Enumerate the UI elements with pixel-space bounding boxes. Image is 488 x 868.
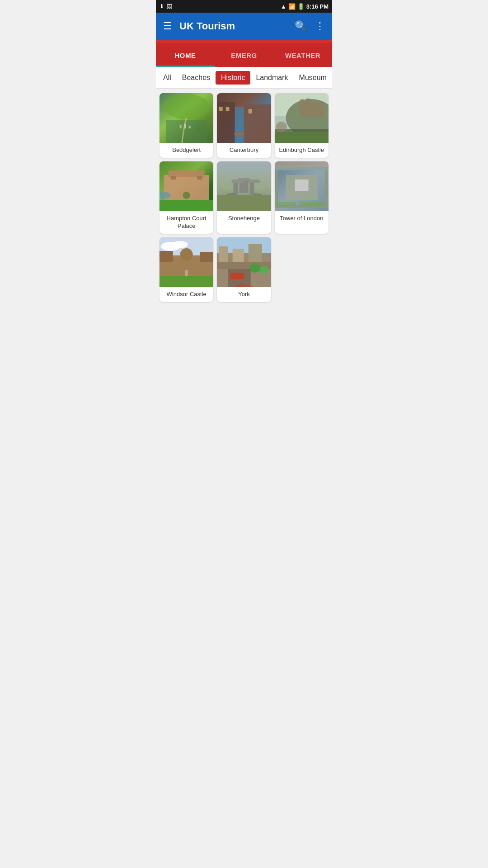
svg-point-61 (185, 270, 188, 274)
places-grid: Beddgelert (156, 89, 332, 307)
tab-home[interactable]: HOME (156, 43, 215, 67)
svg-rect-67 (219, 246, 228, 262)
category-landmark[interactable]: Landmark (250, 71, 293, 85)
svg-rect-49 (299, 202, 324, 206)
more-options-icon[interactable]: ⋮ (315, 20, 325, 32)
svg-rect-73 (230, 273, 244, 279)
place-name-edinburgh: Edinburgh Castle (275, 143, 328, 158)
place-name-stonehenge: Stonehenge (217, 211, 271, 226)
place-name-hampton: Hampton Court Palace (160, 211, 213, 234)
place-name-york: York (217, 287, 271, 302)
svg-rect-47 (275, 161, 328, 167)
svg-rect-22 (275, 132, 328, 143)
place-card-windsor[interactable]: Windsor Castle (160, 237, 213, 302)
category-museum[interactable]: Museum (294, 71, 332, 85)
place-name-beddgelert: Beddgelert (160, 143, 213, 158)
download-icon: ⬇ (160, 3, 164, 9)
svg-rect-12 (249, 109, 252, 113)
svg-rect-3 (180, 125, 182, 128)
svg-rect-17 (299, 102, 324, 118)
svg-point-53 (172, 241, 188, 248)
svg-rect-18 (300, 99, 304, 104)
menu-icon[interactable]: ☰ (163, 20, 172, 32)
svg-rect-11 (226, 107, 230, 111)
accent-bar (156, 40, 332, 43)
app-bar-icons: 🔍 ⋮ (295, 20, 325, 32)
svg-rect-10 (219, 107, 223, 111)
category-all[interactable]: All (158, 71, 177, 85)
svg-rect-26 (160, 200, 213, 211)
svg-rect-2 (166, 120, 207, 143)
svg-rect-32 (217, 195, 271, 211)
place-name-windsor: Windsor Castle (160, 287, 213, 302)
place-card-york[interactable]: York (217, 237, 271, 302)
image-icon: 🖼 (167, 3, 172, 9)
svg-rect-62 (160, 276, 213, 287)
svg-rect-29 (171, 176, 176, 179)
time-display: 3:16 PM (306, 3, 328, 10)
svg-point-13 (234, 132, 245, 136)
place-card-hampton[interactable]: Hampton Court Palace (160, 161, 213, 234)
place-name-canterbury: Canterbury (217, 143, 271, 158)
svg-rect-39 (238, 178, 250, 181)
search-icon[interactable]: 🔍 (295, 20, 307, 32)
status-right-info: ▲ 📶 🔋 3:16 PM (281, 3, 328, 10)
app-bar: ☰ UK Tourism 🔍 ⋮ (156, 13, 332, 40)
svg-rect-30 (197, 176, 202, 179)
svg-point-57 (180, 248, 193, 261)
signal-icon: 📶 (288, 3, 296, 10)
app-title: UK Tourism (179, 20, 295, 32)
svg-rect-55 (160, 251, 173, 262)
svg-rect-34 (250, 182, 254, 196)
svg-rect-5 (189, 126, 191, 128)
tab-emerg[interactable]: EMERG (215, 43, 273, 67)
svg-point-70 (250, 264, 261, 273)
svg-rect-48 (277, 202, 296, 206)
place-card-canterbury[interactable]: Canterbury (217, 93, 271, 158)
place-card-tower[interactable]: Tower of London (275, 161, 328, 234)
status-bar: ⬇ 🖼 ▲ 📶 🔋 3:16 PM (156, 0, 332, 13)
svg-point-71 (260, 266, 269, 274)
status-left-icons: ⬇ 🖼 (160, 3, 172, 9)
tab-bar: HOME EMERG WEATHER (156, 43, 332, 67)
svg-rect-56 (200, 252, 214, 262)
svg-rect-45 (295, 179, 308, 191)
place-card-beddgelert[interactable]: Beddgelert (160, 93, 213, 158)
wifi-icon: ▲ (281, 3, 286, 10)
tab-weather[interactable]: WEATHER (273, 43, 332, 67)
category-bar: All Beaches Historic Landmark Museum Lei… (156, 67, 332, 89)
svg-point-1 (164, 94, 209, 119)
category-beaches[interactable]: Beaches (177, 71, 216, 85)
place-card-edinburgh[interactable]: Edinburgh Castle (275, 93, 328, 158)
category-historic[interactable]: Historic (216, 71, 250, 85)
svg-rect-68 (233, 249, 244, 262)
place-name-tower: Tower of London (275, 211, 328, 226)
svg-rect-36 (244, 180, 249, 193)
battery-icon: 🔋 (297, 3, 305, 10)
svg-point-27 (183, 192, 190, 199)
svg-rect-7 (235, 107, 244, 143)
svg-rect-19 (306, 99, 310, 104)
place-card-stonehenge[interactable]: Stonehenge (217, 161, 271, 234)
svg-rect-69 (249, 244, 262, 262)
svg-rect-9 (244, 104, 271, 143)
svg-point-21 (276, 122, 286, 132)
